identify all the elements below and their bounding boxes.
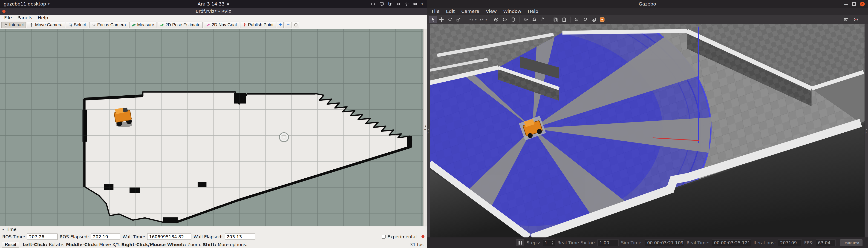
insert-sphere-button[interactable] <box>501 16 509 23</box>
keyboard-layout-indicator[interactable]: tr <box>388 1 392 7</box>
point-light-button[interactable] <box>522 16 530 23</box>
left-panel-splitter[interactable]: ◂ ▸ <box>427 24 430 238</box>
iterations-value: 207109 <box>778 240 802 246</box>
reset-time-button[interactable]: Reset Time <box>840 239 863 246</box>
ros-time-input[interactable]: 207.26 <box>27 234 58 240</box>
maximize-button[interactable] <box>852 2 856 6</box>
rviz-menu-help[interactable]: Help <box>35 15 51 21</box>
close-button[interactable] <box>2 10 5 13</box>
gz-menu-help[interactable]: Help <box>525 8 541 14</box>
select-tool-button[interactable] <box>429 16 437 23</box>
stepper-arrows[interactable]: ▴ ▾ <box>552 240 553 245</box>
tool-label: Measure <box>137 22 154 27</box>
gz-menu-camera[interactable]: Camera <box>458 8 483 14</box>
publish-point-tool-button[interactable]: Publish Point <box>240 22 276 28</box>
wall-elapsed-input[interactable]: 203.13 <box>225 234 255 240</box>
screenshot-button[interactable] <box>842 16 850 23</box>
rviz-title-bar[interactable]: urdf.rviz* - RViz <box>0 8 427 15</box>
wall-time-input[interactable]: 1606995184.82 <box>147 234 191 240</box>
nav-goal-tool-button[interactable]: 2D Nav Goal <box>204 22 239 28</box>
rviz-menu-file[interactable]: File <box>1 15 14 21</box>
paste-button[interactable] <box>560 16 568 23</box>
rviz-menu-bar: File Panels Help <box>0 15 427 21</box>
screenshot-icon <box>844 17 849 22</box>
collapse-arrow-icon: ▾ <box>2 227 4 231</box>
undo-button[interactable] <box>467 16 475 23</box>
tool-options-button[interactable] <box>292 22 299 28</box>
redo-history-caret-icon[interactable]: ▾ <box>486 18 487 22</box>
right-panel-splitter[interactable]: ◂ ▸ <box>865 24 868 238</box>
spinner-down-icon: ▾ <box>552 243 553 245</box>
time-panel-body: ROS Time: 207.26 ROS Elapsed: 202.19 Wal… <box>0 233 427 241</box>
move-camera-tool-button[interactable]: Move Camera <box>27 22 65 28</box>
display-icon[interactable] <box>380 2 384 6</box>
directional-light-button[interactable] <box>539 16 547 23</box>
sphere-shape-icon <box>502 17 507 22</box>
insert-box-button[interactable] <box>492 16 500 23</box>
time-panel-close-button[interactable] <box>422 235 425 238</box>
rotate-tool-button[interactable] <box>446 16 454 23</box>
gz-menu-view[interactable]: View <box>483 8 500 14</box>
close-button[interactable]: × <box>860 2 865 6</box>
ubuntu-top-bar: gazebo11.desktop ▾ Ara 3 14:33 ● tr <box>0 0 427 8</box>
app-indicator-menu[interactable]: gazebo11.desktop ▾ <box>4 1 50 7</box>
splitter-right-icon: ▸ <box>428 131 429 134</box>
gazebo-title-bar[interactable]: Gazebo — × <box>427 0 868 8</box>
wifi-icon[interactable] <box>404 2 409 6</box>
translate-tool-button[interactable] <box>438 16 445 23</box>
redo-button[interactable] <box>478 16 486 23</box>
align-button[interactable] <box>573 16 581 23</box>
copy-button[interactable] <box>552 16 559 23</box>
experimental-label: Experimental <box>388 234 416 239</box>
pause-button[interactable] <box>516 239 524 246</box>
insert-cylinder-button[interactable] <box>509 16 517 23</box>
tool-label: 2D Nav Goal <box>212 22 237 27</box>
tool-label: 2D Pose Estimate <box>165 22 200 27</box>
focus-camera-tool-button[interactable]: Focus Camera <box>90 22 128 28</box>
view-angle-button[interactable] <box>590 16 598 23</box>
splitter-right-icon: ▸ <box>866 131 867 134</box>
pose-estimate-tool-button[interactable]: 2D Pose Estimate <box>158 22 203 28</box>
scale-tool-button[interactable] <box>455 16 462 23</box>
ros-elapsed-input[interactable]: 202.19 <box>91 234 120 240</box>
snap-icon <box>583 17 588 22</box>
spot-light-button[interactable] <box>530 16 538 23</box>
add-tool-button[interactable]: + <box>277 22 284 28</box>
splitter-left-icon: ◂ <box>428 128 429 131</box>
redo-icon <box>479 17 484 22</box>
snap-button[interactable] <box>581 16 589 23</box>
clock-menu[interactable]: Ara 3 14:33 ● <box>0 0 427 8</box>
fps-value: 63.04 <box>816 240 835 246</box>
measure-tool-button[interactable]: Measure <box>129 22 156 28</box>
screencast-icon[interactable] <box>371 2 375 6</box>
experimental-checkbox[interactable] <box>382 235 385 239</box>
gz-menu-window[interactable]: Window <box>500 8 525 14</box>
select-tool-button[interactable]: Select <box>66 22 88 28</box>
steps-stepper[interactable]: 1 ▴ ▾ <box>543 240 555 246</box>
interact-hand-icon <box>4 23 8 27</box>
gz-menu-file[interactable]: File <box>429 8 443 14</box>
rviz-menu-panels[interactable]: Panels <box>14 15 35 21</box>
tool-options-icon <box>294 23 298 27</box>
notification-dot-icon: ● <box>227 3 229 5</box>
tool-label: Focus Camera <box>97 22 126 27</box>
reset-button[interactable]: Reset <box>2 242 19 248</box>
minimize-button[interactable]: — <box>844 2 848 6</box>
editor-tool-button[interactable] <box>598 16 606 23</box>
ros-time-label: ROS Time: <box>2 234 25 239</box>
system-menu-chevron-icon[interactable]: ▾ <box>422 2 423 6</box>
time-panel-header[interactable]: ▾ Time <box>0 226 427 233</box>
rviz-window: urdf.rviz* - RViz File Panels Help Inter… <box>0 8 427 248</box>
screen: gazebo11.desktop ▾ Ara 3 14:33 ● tr <box>0 0 868 248</box>
battery-icon[interactable] <box>413 2 417 6</box>
gz-menu-edit[interactable]: Edit <box>443 8 458 14</box>
rviz-3d-viewport[interactable] <box>0 29 427 226</box>
interact-tool-button[interactable]: Interact <box>1 22 26 28</box>
remove-tool-button[interactable]: − <box>285 22 291 28</box>
data-logger-button[interactable] <box>852 16 860 23</box>
undo-history-caret-icon[interactable]: ▾ <box>475 18 477 22</box>
displays-panel-splitter[interactable]: ◂ ▸ <box>423 29 427 226</box>
rtf-label: Real Time Factor: <box>557 240 595 245</box>
volume-icon[interactable] <box>396 2 400 6</box>
gazebo-3d-viewport[interactable] <box>427 24 868 238</box>
